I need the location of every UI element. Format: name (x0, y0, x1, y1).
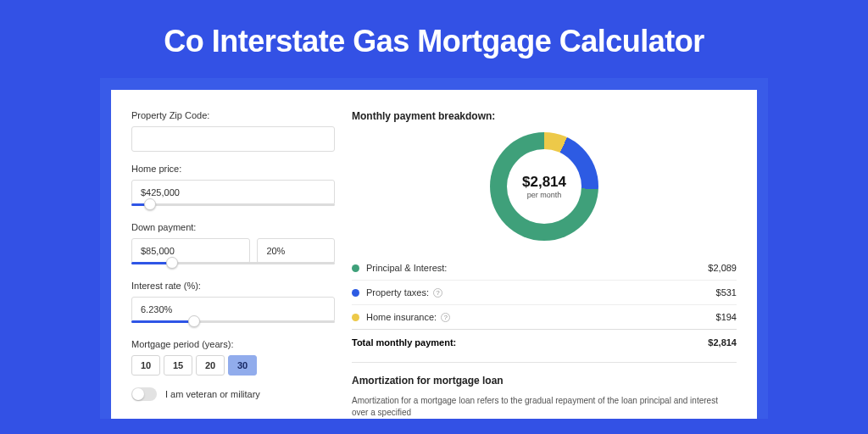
legend-label: Property taxes: (366, 287, 429, 298)
period-btn-30[interactable]: 30 (228, 355, 257, 376)
amortization-title: Amortization for mortgage loan (352, 375, 737, 387)
total-value: $2,814 (708, 337, 737, 348)
calculator-card: Property Zip Code: Home price: Down paym… (111, 90, 757, 419)
donut-center: $2,814 per month (507, 149, 581, 224)
legend-total-row: Total monthly payment: $2,814 (352, 329, 737, 355)
form-column: Property Zip Code: Home price: Down paym… (131, 110, 335, 419)
page-title: Co Interstate Gas Mortgage Calculator (164, 24, 704, 59)
zip-input[interactable] (131, 126, 335, 152)
toggle-knob (132, 388, 144, 400)
breakdown-title: Monthly payment breakdown: (352, 110, 737, 122)
dot-icon (352, 289, 359, 297)
amortization-text: Amortization for a mortgage loan refers … (352, 395, 737, 419)
donut-amount: $2,814 (522, 174, 566, 191)
dot-icon (352, 264, 359, 272)
period-btn-15[interactable]: 15 (164, 355, 192, 376)
legend-row-insurance: Home insurance: ? $194 (352, 304, 737, 329)
calculator-stage: Property Zip Code: Home price: Down paym… (100, 78, 768, 419)
zip-label: Property Zip Code: (131, 110, 335, 120)
zip-field: Property Zip Code: (131, 110, 335, 152)
legend-value: $194 (716, 312, 737, 322)
donut-sub: per month (527, 191, 562, 199)
donut-wrap: $2,814 per month (352, 132, 737, 241)
legend: Principal & Interest: $2,089 Property ta… (352, 256, 737, 355)
home-price-slider[interactable] (131, 202, 335, 210)
info-icon[interactable]: ? (441, 313, 450, 322)
dot-icon (352, 314, 359, 321)
legend-value: $531 (716, 287, 737, 298)
legend-row-principal: Principal & Interest: $2,089 (352, 256, 737, 280)
legend-label: Principal & Interest: (366, 263, 447, 273)
interest-field: Interest rate (%): (131, 281, 335, 327)
amortization-section: Amortization for mortgage loan Amortizat… (352, 362, 737, 419)
period-buttons: 10 15 20 30 (131, 355, 335, 376)
down-payment-field: Down payment: (131, 222, 335, 269)
interest-label: Interest rate (%): (131, 281, 335, 291)
veteran-field: I am veteran or military (131, 387, 335, 401)
interest-slider[interactable] (131, 319, 335, 327)
period-field: Mortgage period (years): 10 15 20 30 (131, 339, 335, 376)
legend-row-taxes: Property taxes: ? $531 (352, 280, 737, 304)
veteran-toggle[interactable] (131, 387, 157, 401)
down-payment-slider[interactable] (131, 260, 335, 269)
legend-value: $2,089 (708, 263, 737, 273)
breakdown-column: Monthly payment breakdown: $2,814 per mo… (352, 110, 737, 419)
home-price-field: Home price: (131, 164, 335, 210)
total-label: Total monthly payment: (352, 337, 456, 348)
slider-thumb[interactable] (188, 315, 200, 327)
veteran-label: I am veteran or military (165, 389, 260, 399)
down-payment-label: Down payment: (131, 222, 335, 232)
period-btn-20[interactable]: 20 (196, 355, 225, 376)
legend-label: Home insurance: (366, 312, 437, 322)
slider-track (131, 203, 335, 206)
home-price-label: Home price: (131, 164, 335, 174)
period-label: Mortgage period (years): (131, 339, 335, 349)
slider-fill (131, 320, 194, 323)
info-icon[interactable]: ? (433, 288, 442, 298)
donut-chart: $2,814 per month (490, 132, 598, 241)
slider-thumb[interactable] (144, 198, 156, 210)
period-btn-10[interactable]: 10 (131, 355, 160, 376)
slider-thumb[interactable] (166, 257, 178, 269)
